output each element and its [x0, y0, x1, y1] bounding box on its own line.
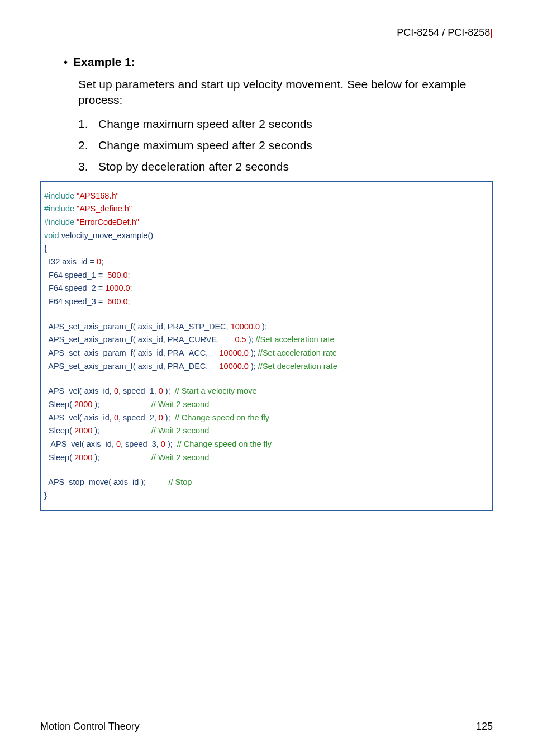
code-line: {	[44, 244, 489, 253]
code-line: I32 axis_id = 0;	[44, 257, 489, 267]
code-line: APS_set_axis_param_f( axis_id, PRA_DEC, …	[44, 362, 489, 371]
page-number: 125	[476, 721, 493, 733]
code-line: #include "APS168.h"	[44, 191, 489, 201]
list-item: 1. Change maximum speed after 2 seconds	[78, 117, 493, 131]
step-text: Stop by deceleration after 2 seconds	[98, 160, 289, 173]
code-line: Sleep( 2000 ); // Wait 2 second	[44, 453, 489, 462]
code-line: APS_vel( axis_id, 0, speed_2, 0 ); // Ch…	[44, 413, 489, 423]
product-b: PCI-8258	[448, 27, 490, 38]
code-line: APS_vel( axis_id, 0, speed_1, 0 ); // St…	[44, 386, 489, 396]
product-a: PCI-8254	[397, 27, 439, 38]
blank-line	[44, 310, 489, 318]
example-title: Example 1:	[73, 55, 135, 69]
header-bar: |	[490, 27, 493, 38]
code-line: #include "APS_define.h"	[44, 204, 489, 214]
code-line: F64 speed_2 = 1000.0;	[44, 284, 489, 293]
page-footer: Motion Control Theory 125	[40, 716, 493, 733]
step-list: 1. Change maximum speed after 2 seconds …	[78, 117, 493, 173]
intro-text: Set up parameters and start up velocity …	[78, 77, 487, 108]
list-item: 2. Change maximum speed after 2 seconds	[78, 139, 493, 152]
code-line: Sleep( 2000 ); // Wait 2 second	[44, 426, 489, 436]
blank-line	[44, 375, 489, 382]
footer-left: Motion Control Theory	[40, 721, 140, 733]
blank-line	[44, 466, 489, 474]
code-line: APS_set_axis_param_f( axis_id, PRA_CURVE…	[44, 335, 489, 344]
step-text: Change maximum speed after 2 seconds	[98, 139, 312, 152]
step-number: 3.	[78, 160, 91, 173]
bullet-dot: •	[64, 55, 68, 69]
code-line: APS_stop_move( axis_id ); // Stop	[44, 478, 489, 487]
page-header: PCI-8254 / PCI-8258|	[40, 27, 493, 39]
code-line: void velocity_move_example()	[44, 231, 489, 240]
example-bullet: • Example 1:	[64, 55, 493, 69]
list-item: 3. Stop by deceleration after 2 seconds	[78, 160, 493, 173]
code-line: APS_set_axis_param_f( axis_id, PRA_ACC, …	[44, 348, 489, 358]
code-line: F64 speed_1 = 500.0;	[44, 271, 489, 280]
code-line: APS_set_axis_param_f( axis_id, PRA_STP_D…	[44, 322, 489, 332]
step-number: 2.	[78, 139, 91, 152]
code-line: Sleep( 2000 ); // Wait 2 second	[44, 400, 489, 409]
code-line: }	[44, 491, 489, 500]
code-line: #include "ErrorCodeDef.h"	[44, 218, 489, 227]
code-line: F64 speed_3 = 600.0;	[44, 297, 489, 306]
code-line: APS_vel( axis_id, 0, speed_3, 0 ); // Ch…	[44, 440, 489, 449]
step-number: 1.	[78, 117, 91, 131]
code-block: #include "APS168.h" #include "APS_define…	[40, 181, 493, 511]
step-text: Change maximum speed after 2 seconds	[98, 117, 312, 131]
header-sep: /	[439, 27, 448, 38]
